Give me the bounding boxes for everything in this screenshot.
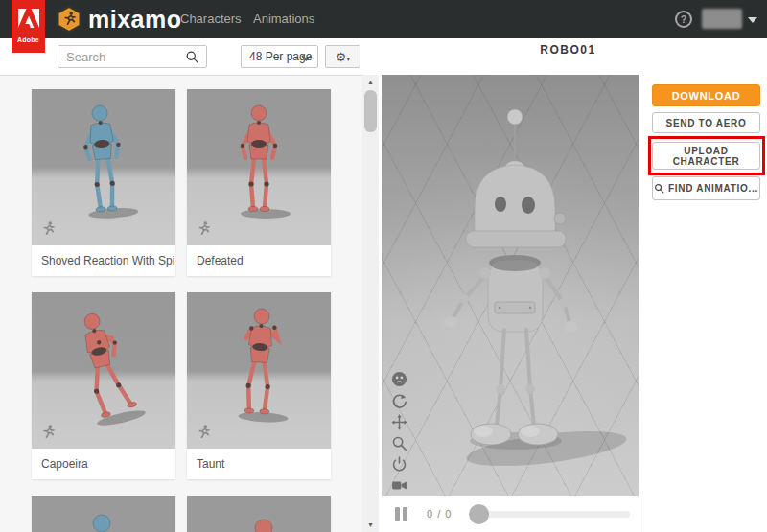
character-figure	[202, 301, 314, 441]
download-button[interactable]: DOWNLOAD	[652, 84, 760, 106]
animation-card[interactable]: Defeated	[187, 89, 331, 276]
search-icon	[185, 50, 199, 64]
adobe-logo: Adobe	[12, 0, 45, 53]
animation-thumbnail[interactable]	[32, 89, 175, 245]
adobe-wordmark: Adobe	[17, 36, 39, 43]
mixamo-hexagon-icon[interactable]	[56, 6, 82, 33]
orbit-rotate-icon[interactable]	[391, 393, 407, 409]
mixamo-wordmark[interactable]: mixamo	[88, 3, 181, 35]
help-button[interactable]: ?	[675, 11, 692, 28]
run-animation-icon	[195, 220, 212, 238]
animation-card[interactable]: Taunt	[187, 292, 331, 479]
run-animation-icon	[39, 424, 57, 441]
run-animation-icon	[39, 220, 57, 238]
search-box[interactable]	[58, 45, 207, 68]
timeline-slider-handle[interactable]	[469, 504, 489, 524]
pan-move-icon[interactable]	[391, 414, 407, 430]
reset-power-icon[interactable]	[391, 456, 407, 473]
gear-icon: ⚙	[336, 50, 347, 64]
character-figure	[46, 97, 160, 238]
caret-down-icon	[748, 17, 757, 23]
viewport-toolbar	[388, 370, 409, 494]
animation-card-label: Defeated	[187, 245, 331, 276]
settings-dropdown-button[interactable]: ⚙▾	[325, 45, 360, 68]
per-page-select[interactable]: 48 Per page	[241, 45, 318, 68]
robot-character	[382, 75, 639, 496]
character-figure	[32, 496, 175, 532]
frame-counter: 0 / 0	[427, 508, 452, 520]
run-animation-icon	[195, 424, 212, 441]
face-toggle-icon[interactable]	[390, 370, 408, 388]
zoom-icon[interactable]	[391, 435, 407, 451]
animation-card[interactable]: Shoved Reaction With Spin	[32, 89, 175, 276]
animation-card[interactable]: Capoeira	[32, 292, 175, 479]
panel-divider	[639, 75, 639, 532]
user-account-menu[interactable]	[700, 7, 759, 32]
character-figure	[206, 101, 312, 235]
caret-down-icon: ▾	[346, 55, 350, 63]
animation-card-partial[interactable]	[32, 496, 175, 532]
send-to-aero-button[interactable]: SEND TO AERO	[652, 112, 760, 133]
username-redacted	[702, 9, 742, 29]
nav-animations[interactable]: Animations	[253, 0, 314, 38]
timeline-slider-track[interactable]	[478, 511, 630, 518]
animation-thumbnail[interactable]	[187, 292, 331, 449]
search-input[interactable]	[58, 46, 181, 67]
animation-card-label: Shoved Reaction With Spin	[32, 245, 175, 276]
scrollbar-thumb[interactable]	[364, 90, 377, 132]
animation-card-partial[interactable]	[187, 496, 331, 532]
viewport-3d[interactable]	[382, 75, 639, 496]
find-animations-button[interactable]: FIND ANIMATIO...	[652, 176, 760, 200]
animation-card-label: Capoeira	[32, 449, 175, 479]
camera-icon[interactable]	[391, 477, 407, 494]
playback-bar: 0 / 0	[382, 496, 639, 532]
nav-characters[interactable]: Characters	[180, 0, 242, 38]
upload-character-button[interactable]: UPLOAD CHARACTER	[652, 142, 760, 170]
animation-thumbnail[interactable]	[32, 292, 175, 449]
animation-thumbnail[interactable]	[187, 89, 331, 245]
character-figure	[187, 496, 331, 532]
character-name-title: ROBO01	[379, 43, 757, 57]
animation-card-label: Taunt	[187, 449, 331, 479]
find-animations-label: FIND ANIMATIO...	[668, 183, 758, 194]
scroll-down-icon[interactable]: ▼	[362, 521, 379, 528]
chevron-down-icon	[301, 55, 312, 61]
character-figure	[38, 297, 172, 449]
list-scrollbar[interactable]: ▲ ▼	[362, 75, 379, 532]
scroll-up-icon[interactable]: ▲	[362, 79, 379, 85]
search-icon	[654, 183, 664, 194]
pause-icon[interactable]	[395, 507, 410, 521]
adobe-a-icon	[18, 9, 39, 28]
